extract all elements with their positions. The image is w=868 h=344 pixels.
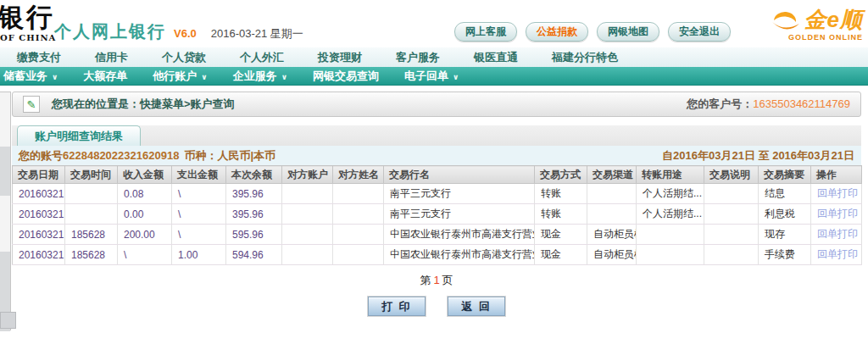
cell-bank: 中国农业银行泰州市高港支行营业部 — [384, 225, 535, 245]
charity-donation-button[interactable]: 公益捐款 — [526, 22, 588, 42]
back-button[interactable]: 返 回 — [448, 297, 505, 316]
primary-menu-item[interactable]: 个人外汇 — [223, 50, 301, 65]
page-suffix: 页 — [442, 274, 453, 286]
online-service-button[interactable]: 网上客服 — [454, 22, 517, 42]
collapsed-sidebar-strip[interactable] — [0, 92, 11, 330]
cell-balance: 594.96 — [226, 245, 282, 265]
cell-time — [65, 184, 118, 204]
chevron-down-icon: ∨ — [453, 73, 459, 81]
cell-balance: 595.96 — [226, 225, 282, 245]
primary-menu-item[interactable]: 个人贷款 — [145, 50, 223, 65]
cell-method: 转账 — [535, 204, 587, 225]
transactions-table: 交易日期交易时间收入金额支出金额本次余额对方账户对方姓名交易行名交易方式交易渠道… — [12, 165, 862, 265]
cell-summary: 手续费 — [759, 245, 811, 265]
top-header: 银行 OF CHINA 个人网上银行 V6.0 2016-03-21 星期一 网… — [0, 0, 868, 47]
breadcrumb: 您现在的位置是：快捷菜单>账户查询 — [52, 97, 235, 112]
golden-logo-subtext: GOLDEN ONLINE — [769, 33, 863, 42]
column-header: 操作 — [811, 166, 862, 184]
cell-date: 20160321 — [13, 225, 65, 245]
page-number: 1 — [431, 274, 442, 286]
tab-account-detail-result[interactable]: 账户明细查询结果 — [17, 125, 141, 146]
cell-bank: 中国农业银行泰州市高港支行营业部 — [384, 245, 535, 265]
bank-map-button[interactable]: 网银地图 — [597, 22, 659, 42]
cell-expense: \ — [172, 225, 226, 245]
cell-bank: 南平三元支行 — [384, 184, 535, 204]
safe-exit-button[interactable]: 安全退出 — [668, 22, 731, 42]
pagination: 第1页 — [12, 273, 861, 288]
cell-date: 20160321 — [13, 204, 65, 225]
print-button[interactable]: 打 印 — [368, 297, 426, 316]
cell-summary: 利息税 — [759, 204, 811, 225]
receipt-print-link[interactable]: 回单打印 — [817, 248, 858, 260]
table-row: 201603210.08\395.96南平三元支行转账个人活期结...结息回单打… — [13, 184, 862, 204]
column-header: 支出金额 — [172, 166, 226, 184]
primary-menu-item[interactable]: 缴费支付 — [0, 50, 78, 65]
receipt-print-link[interactable]: 回单打印 — [817, 208, 858, 219]
cell-counter_account — [282, 184, 333, 204]
chevron-down-icon: ∨ — [52, 73, 58, 81]
cell-summary: 现存 — [759, 225, 811, 245]
cell-counter_name — [333, 204, 384, 225]
cell-method: 现金 — [535, 225, 587, 245]
account-label: 您的账号 — [19, 146, 63, 165]
cell-counter_account — [282, 204, 333, 225]
primary-menu-item[interactable]: 福建分行特色 — [535, 50, 635, 65]
cell-purpose — [637, 225, 704, 245]
doc-pen-icon: ✎ — [23, 96, 40, 113]
cell-channel — [587, 184, 637, 204]
secondary-menu-item[interactable]: 企业服务∨ — [220, 69, 300, 84]
cell-note — [704, 225, 759, 245]
cell-channel: 自动柜员机 — [587, 225, 637, 245]
chevron-down-icon: ∨ — [201, 73, 207, 81]
header-quick-links: 网上客服公益捐款网银地图安全退出 — [454, 22, 731, 42]
query-date-range: 自2016年03月21日 至 2016年03月21日 — [662, 146, 854, 165]
column-header: 转账用途 — [637, 166, 704, 184]
tab-row: 账户明细查询结果 — [12, 125, 861, 146]
cell-counter_name — [333, 184, 384, 204]
cell-income: 200.00 — [118, 225, 172, 245]
secondary-menu-item[interactable]: 他行账户∨ — [140, 69, 220, 84]
secondary-menu-item[interactable]: 大额存单 — [70, 69, 140, 84]
header-date: 2016-03-21 星期一 — [211, 26, 303, 42]
customer-number-value: 1635503462114769 — [753, 97, 850, 110]
cell-time — [65, 204, 118, 225]
column-header: 对方账户 — [282, 166, 333, 184]
cell-counter_name — [333, 245, 384, 265]
chevron-down-icon: ∨ — [281, 73, 287, 81]
primary-menu-item[interactable]: 信用卡 — [78, 50, 145, 65]
primary-menu-bar: 缴费支付信用卡个人贷款个人外汇投资理财客户服务银医直通福建分行特色 — [0, 47, 868, 67]
cell-channel — [587, 204, 637, 225]
secondary-menu-item[interactable]: 网银交易查询 — [300, 69, 392, 84]
primary-menu-item[interactable]: 银医直通 — [457, 50, 535, 65]
golden-online-logo: 金e顺 GOLDEN ONLINE — [769, 5, 863, 42]
golden-logo-text: 金e顺 — [804, 8, 863, 31]
cell-balance: 395.96 — [226, 184, 282, 204]
primary-menu-item[interactable]: 投资理财 — [301, 50, 379, 65]
primary-menu-item[interactable]: 客户服务 — [379, 50, 457, 65]
cell-date: 20160321 — [13, 184, 65, 204]
secondary-menu-bar: 储蓄业务∨大额存单他行账户∨企业服务∨网银交易查询电子回单∨ — [0, 67, 868, 86]
column-header: 交易行名 — [384, 166, 535, 184]
transactions-tbody: 201603210.08\395.96南平三元支行转账个人活期结...结息回单打… — [13, 184, 862, 265]
receipt-print-link[interactable]: 回单打印 — [817, 187, 858, 199]
golden-swoosh-icon — [769, 5, 803, 34]
account-number: 6228482022321620918 — [63, 146, 179, 165]
page-title: 个人网上银行 — [54, 20, 166, 43]
cell-income: 0.00 — [118, 204, 172, 225]
cell-note — [704, 204, 759, 225]
customer-number-label: 您的客户号： — [687, 97, 753, 110]
secondary-menu-item[interactable]: 储蓄业务∨ — [0, 69, 70, 84]
cell-method: 现金 — [535, 245, 587, 265]
page-prefix: 第 — [420, 274, 431, 286]
cell-method: 转账 — [535, 184, 587, 204]
receipt-print-link[interactable]: 回单打印 — [817, 228, 858, 240]
secondary-menu-item[interactable]: 电子回单∨ — [392, 69, 471, 84]
currency-label: 币种：人民币|本币 — [184, 146, 275, 165]
cell-expense: \ — [172, 184, 226, 204]
cell-note — [704, 184, 759, 204]
cell-time: 185628 — [65, 225, 118, 245]
breadcrumb-bar: ✎ 您现在的位置是：快捷菜单>账户查询 您的客户号：16355034621147… — [12, 92, 861, 117]
bank-logo-subtext: OF CHINA — [0, 33, 56, 42]
column-header: 交易日期 — [13, 166, 65, 184]
cell-counter_name — [333, 225, 384, 245]
